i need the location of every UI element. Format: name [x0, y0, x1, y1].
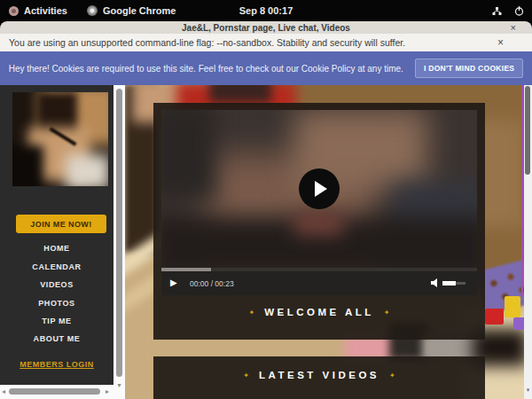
- welcome-heading: ✦ WELCOME ALL ✦: [153, 307, 485, 317]
- power-icon: [513, 5, 525, 17]
- star-icon: ✦: [243, 372, 249, 379]
- page-vertical-scrollbar[interactable]: ▾: [524, 85, 532, 399]
- latest-videos-panel: ✦ LATEST VIDEOS ✦: [153, 356, 485, 399]
- page-scroll-down-arrow-icon[interactable]: ▾: [524, 387, 532, 394]
- bg-hair: [209, 85, 271, 103]
- video-controls-bar: ▶ 00:00 / 00:23: [161, 271, 477, 295]
- vertical-scrollbar-thumb[interactable]: [116, 89, 122, 377]
- play-icon: [315, 181, 327, 197]
- network-icon: [491, 5, 503, 17]
- bg-gift-red: [485, 309, 504, 325]
- video-blob: [294, 212, 343, 235]
- video-player[interactable]: ▶ 00:00 / 00:23: [161, 110, 477, 295]
- cookie-message: Hey there! Cookies are required to use t…: [9, 64, 403, 74]
- focused-app-label: Google Chrome: [103, 5, 176, 16]
- latest-videos-heading-text: LATEST VIDEOS: [259, 370, 379, 380]
- bg-purple-edge: [521, 85, 523, 296]
- join-me-now-button[interactable]: JOIN ME NOW!: [16, 215, 106, 233]
- chrome-icon: [87, 5, 98, 16]
- bg-gift-purple: [513, 317, 524, 330]
- warning-text: You are using an unsupported command-lin…: [9, 37, 405, 48]
- cookie-accept-button[interactable]: I DON'T MIND COOKIES: [415, 59, 523, 78]
- sidebar-horizontal-scrollbar[interactable]: ◂ ▸: [0, 385, 113, 399]
- sidebar-item-tip-me[interactable]: TIP ME: [0, 317, 113, 325]
- sidebar-item-home[interactable]: HOME: [0, 244, 113, 253]
- warning-close-icon[interactable]: ×: [497, 36, 504, 49]
- volume-icon[interactable]: [430, 278, 441, 288]
- chrome-warning-bar: You are using an unsupported command-lin…: [0, 34, 532, 51]
- sidebar-item-photos[interactable]: PHOTOS: [0, 299, 113, 308]
- clock[interactable]: Sep 8 00:17: [0, 5, 532, 16]
- sidebar-item-calendar[interactable]: CALENDAR: [0, 262, 113, 271]
- sidebar: JOIN ME NOW! HOME CALENDAR VIDEOS PHOTOS…: [0, 85, 113, 385]
- play-button[interactable]: ▶: [170, 278, 177, 287]
- photo-blob: [12, 145, 43, 186]
- activities-button[interactable]: Activities: [9, 5, 67, 16]
- window-close-icon[interactable]: ×: [511, 22, 516, 33]
- focused-app-menu[interactable]: Google Chrome: [87, 5, 176, 16]
- activities-icon: [9, 6, 19, 16]
- photo-blob: [66, 154, 108, 186]
- scroll-left-arrow-icon[interactable]: ◂: [2, 387, 5, 395]
- horizontal-scrollbar-thumb[interactable]: [9, 388, 100, 395]
- star-icon: ✦: [384, 309, 390, 317]
- page-viewport: JOIN ME NOW! HOME CALENDAR VIDEOS PHOTOS…: [0, 85, 532, 399]
- welcome-heading-text: WELCOME ALL: [264, 307, 374, 317]
- volume-slider-fill[interactable]: [442, 281, 456, 286]
- gnome-top-bar: Activities Google Chrome Sep 8 00:17: [0, 0, 532, 21]
- volume-slider-track[interactable]: [456, 282, 466, 285]
- sidebar-item-about-me[interactable]: ABOUT ME: [0, 334, 113, 343]
- star-icon: ✦: [248, 309, 254, 317]
- sidebar-item-videos[interactable]: VIDEOS: [0, 280, 113, 289]
- window-title-bar[interactable]: Jae&L, Pornstar page, Live chat, Videos …: [0, 21, 532, 34]
- bg-gift-yellow: [505, 296, 520, 317]
- members-login-link[interactable]: MEMBERS LOGIN: [0, 360, 113, 369]
- video-blob: [161, 110, 215, 199]
- model-photo[interactable]: [12, 92, 108, 186]
- latest-videos-heading: ✦ LATEST VIDEOS ✦: [153, 370, 485, 380]
- system-tray[interactable]: [491, 0, 525, 21]
- cookie-banner: Hey there! Cookies are required to use t…: [0, 51, 532, 85]
- scroll-right-arrow-icon[interactable]: ▸: [106, 387, 109, 395]
- star-icon: ✦: [389, 372, 395, 379]
- window-title: Jae&L, Pornstar page, Live chat, Videos: [182, 23, 350, 33]
- scroll-down-arrow-icon[interactable]: ▾: [113, 381, 125, 389]
- video-section-panel: ▶ 00:00 / 00:23 ✦ WELCOME ALL ✦: [153, 103, 485, 340]
- page-scrollbar-thumb[interactable]: [525, 86, 530, 175]
- video-frame[interactable]: [161, 110, 477, 268]
- activities-label: Activities: [24, 5, 67, 16]
- big-play-button[interactable]: [299, 168, 340, 209]
- sidebar-vertical-scrollbar[interactable]: ▾: [113, 85, 125, 399]
- time-display: 00:00 / 00:23: [190, 279, 234, 288]
